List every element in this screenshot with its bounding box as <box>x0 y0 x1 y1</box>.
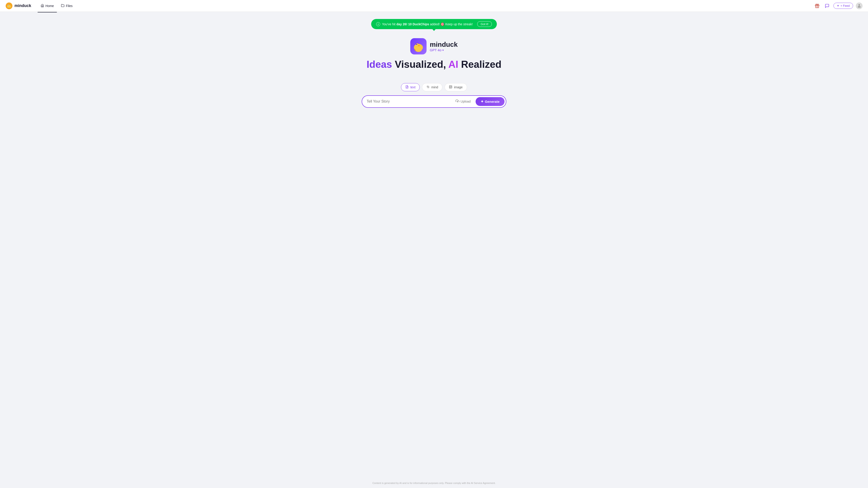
headline-visualized: Visualized, <box>392 59 448 70</box>
headline-realized: Realized <box>458 59 502 70</box>
text-tab-icon <box>405 85 409 89</box>
headline-ideas: Ideas <box>367 59 392 70</box>
nav-links: Home Files <box>37 2 813 9</box>
hero-brand: minduck GPT 4o ▾ <box>410 38 458 55</box>
svg-point-3 <box>8 5 9 6</box>
logo[interactable]: minduck <box>5 2 31 9</box>
svg-line-19 <box>427 86 428 86</box>
logo-text: minduck <box>14 3 31 8</box>
duckchips-count: 10 DuckChips <box>408 22 429 26</box>
tab-image-label: image <box>454 86 463 89</box>
svg-point-12 <box>418 45 420 46</box>
home-icon <box>41 4 44 8</box>
tab-text-label: text <box>410 86 415 89</box>
files-icon <box>61 4 64 8</box>
got-it-button[interactable]: Got it! <box>477 21 492 27</box>
main-content: i You've hit day 26! 10 DuckChips added!… <box>0 12 868 478</box>
tab-text[interactable]: text <box>401 83 420 91</box>
model-selector[interactable]: GPT 4o ▾ <box>430 48 458 52</box>
streak-banner: i You've hit day 26! 10 DuckChips added!… <box>371 19 497 29</box>
svg-point-13 <box>415 47 422 52</box>
info-icon: i <box>376 22 380 26</box>
input-row: Upload ✦ Generate <box>362 95 506 108</box>
streak-text: You've hit day 26! 10 DuckChips added! 🎯… <box>382 22 473 26</box>
type-tabs: text mind image <box>401 83 467 91</box>
mind-tab-icon <box>426 85 430 89</box>
upload-icon <box>456 99 459 104</box>
feed-button[interactable]: ✦ + Feed <box>833 3 853 9</box>
chat-icon-btn[interactable] <box>824 2 831 9</box>
model-label: GPT 4o <box>430 48 441 52</box>
streak-day: day 26! <box>397 22 407 26</box>
hero-section: minduck GPT 4o ▾ Ideas Visualized, AI Re… <box>367 38 502 70</box>
image-tab-icon <box>449 85 452 89</box>
tab-image[interactable]: image <box>445 83 467 91</box>
feed-plus-icon: ✦ <box>837 4 839 7</box>
tab-mind-label: mind <box>431 86 438 89</box>
headline-ai: AI <box>448 59 458 70</box>
story-input[interactable] <box>367 99 451 103</box>
nav-files[interactable]: Files <box>58 2 76 9</box>
tab-mind[interactable]: mind <box>422 83 442 91</box>
svg-point-24 <box>450 86 451 87</box>
svg-line-20 <box>429 88 429 88</box>
hero-brand-text: minduck GPT 4o ▾ <box>430 41 458 52</box>
user-avatar[interactable] <box>856 2 863 9</box>
svg-point-16 <box>428 86 429 87</box>
chevron-down-icon: ▾ <box>442 48 444 52</box>
duck-avatar <box>410 38 427 55</box>
nav-right: ✦ + Feed <box>813 2 863 9</box>
footer: Content is generated by AI and is for in… <box>0 478 868 488</box>
gift-icon-btn[interactable] <box>813 2 821 9</box>
navbar: minduck Home Files ✦ + Feed <box>0 0 868 12</box>
generate-button[interactable]: ✦ Generate <box>475 97 504 106</box>
hero-brand-name: minduck <box>430 41 458 48</box>
svg-point-7 <box>859 4 860 6</box>
hero-headline: Ideas Visualized, AI Realized <box>367 59 502 70</box>
nav-home[interactable]: Home <box>37 2 57 9</box>
streak-suffix: added! 🎯 Keep up the streak! <box>430 22 473 26</box>
svg-point-4 <box>8 7 10 8</box>
footer-text: Content is generated by AI and is for in… <box>372 482 495 484</box>
upload-button[interactable]: Upload <box>452 97 474 106</box>
spark-icon: ✦ <box>480 99 484 104</box>
